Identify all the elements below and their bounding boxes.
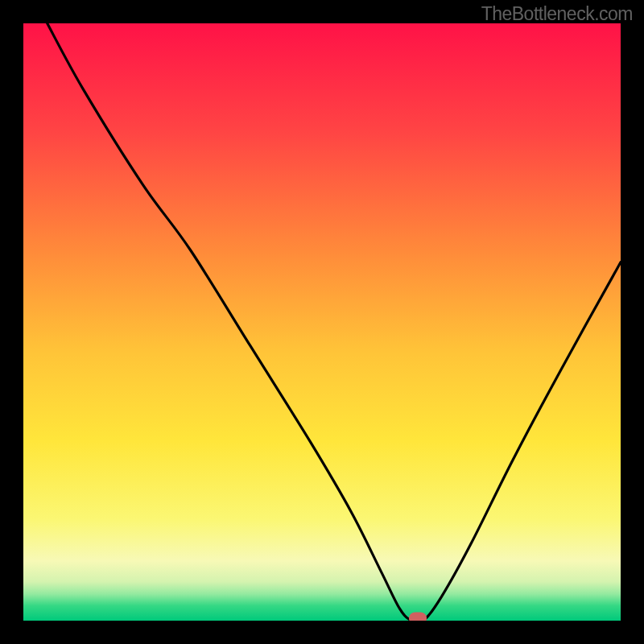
bottleneck-curve bbox=[23, 23, 621, 621]
chart-frame: TheBottleneck.com bbox=[0, 0, 644, 644]
optimal-point-marker bbox=[409, 613, 427, 621]
plot-area bbox=[23, 23, 621, 621]
site-watermark: TheBottleneck.com bbox=[481, 3, 633, 25]
